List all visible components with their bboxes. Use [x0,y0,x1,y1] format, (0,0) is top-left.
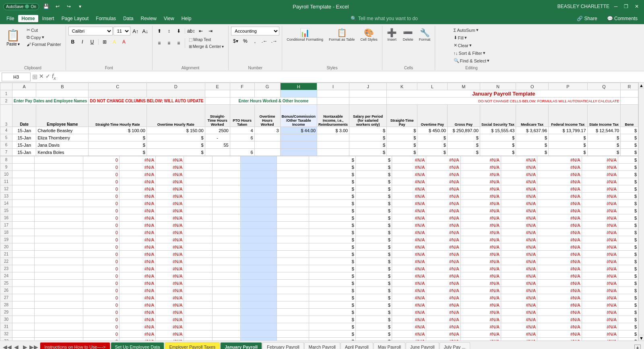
sheet-tab-january[interactable]: January Payroll [220,342,262,349]
font-color-button[interactable]: A [120,37,128,46]
menu-insert[interactable]: Insert [39,15,58,22]
autosum-button[interactable]: Σ AutoSum ▾ [452,27,481,33]
wrap-text-button[interactable]: ⬚ Wrap Text [187,37,226,43]
col-header-L[interactable]: L [417,83,447,90]
col-header-A[interactable]: A [12,83,36,90]
sheet-tab-march[interactable]: March Payroll [304,342,340,349]
text-direction-button[interactable]: ab↕ [187,27,196,35]
align-top-button[interactable]: ⬆ [155,27,164,35]
formula-function-icon[interactable]: fx [52,73,56,81]
redo-button[interactable]: ↪ [65,2,73,10]
merge-center-button[interactable]: ⊞ Merge & Center ▾ [187,44,226,50]
scroll-up-button[interactable]: ▲ [639,83,644,88]
sheet-tab-employee-data[interactable]: Set Up Employee Data [111,342,165,349]
percent-button[interactable]: % [241,37,250,46]
header-overtime-hours[interactable]: Overtime Hours Worked [254,105,280,127]
number-format-selector[interactable]: Accounting [231,27,279,35]
header-pto-hours[interactable]: PTO Hours Taken [230,105,254,127]
copy-button[interactable]: ⧉ Copy ▾ [25,34,63,41]
restore-button[interactable]: ❐ [622,2,630,10]
dollar-button[interactable]: $▾ [231,37,240,46]
indent-increase-button[interactable]: ⇥ [206,27,215,35]
sheet-nav-last[interactable]: ▶▶ [30,343,38,349]
menu-help[interactable]: Help [178,15,195,22]
sheet-tab-may[interactable]: May Payroll [374,342,405,349]
col-header-Q[interactable]: Q [587,83,621,90]
header-straight-hours[interactable]: Straight-Time Hours Worked [205,105,230,127]
increase-decimal-button[interactable]: .→ [270,37,279,46]
col-header-R[interactable]: R [621,83,638,90]
fill-button[interactable]: ⬇ Fill ▾ [452,34,469,41]
fill-color-button[interactable]: A [110,37,119,46]
bold-button[interactable]: B [68,37,77,46]
menu-file[interactable]: File [3,15,17,22]
sheet-tab-june[interactable]: June Payroll [406,342,439,349]
paste-button[interactable]: 📋 Paste ▾ [2,27,24,48]
add-sheet-button[interactable]: + [634,345,641,349]
header-gross-pay[interactable]: Gross Pay [447,105,480,127]
align-middle-button[interactable]: ↕ [165,27,173,35]
sheet-tab-april[interactable]: April Payroll [341,342,373,349]
indent-decrease-button[interactable]: ⇤ [196,27,205,35]
header-straight-pay[interactable]: Straight-Time Pay [387,105,417,127]
do-not-change-label[interactable]: DO NOT CHANGE COLUMNS BELOW; WILL AUTO U… [89,98,205,105]
col-header-C[interactable]: C [89,83,147,90]
sheet-nav-prev[interactable]: ◀ [12,343,20,349]
col-header-H[interactable]: H [280,83,317,90]
header-salary[interactable]: Salary per Period (for salaried workers … [349,105,387,127]
delete-button[interactable]: ➖ Delete [401,27,415,43]
cell-reference-input[interactable] [2,73,31,81]
close-button[interactable]: ✕ [633,2,641,10]
underline-button[interactable]: U [88,37,97,46]
sheet-nav-first[interactable]: ◀◀ [3,343,11,349]
col-header-B[interactable]: B [36,83,89,90]
align-center-button[interactable]: ≡ [165,39,173,48]
format-painter-button[interactable]: 🖌 Format Painter [25,41,63,48]
col-header-F[interactable]: F [230,83,254,90]
menu-formulas[interactable]: Formulas [93,15,119,22]
align-left-button[interactable]: ≡ [155,39,164,48]
col-header-K[interactable]: K [387,83,417,90]
minimize-button[interactable]: ─ [612,2,620,10]
header-overtime-pay[interactable]: Overtime Pay [417,105,447,127]
undo-button[interactable]: ↩ [54,2,62,10]
formula-cancel-icon[interactable]: ✕ [39,73,44,81]
align-right-button[interactable]: ≡ [174,39,183,48]
decrease-decimal-button[interactable]: .← [260,37,269,46]
sheet-tab-employer-taxes[interactable]: Employer Payroll Taxes [165,342,220,349]
enter-hours-label[interactable]: Enter Hours Worked & Other Income [230,98,317,105]
sheet-tab-july[interactable]: July Pay ... [440,342,470,349]
comments-button[interactable]: 💬 Comments [604,15,641,22]
header-medicare[interactable]: Medicare Tax [516,105,549,127]
sheet-tab-instructions[interactable]: Instructions on How to Use----> [40,342,110,349]
col-header-G[interactable]: G [254,83,280,90]
menu-page-layout[interactable]: Page Layout [58,15,92,22]
menu-view[interactable]: View [161,15,178,22]
save-button[interactable]: 💾 [42,2,50,10]
grid-wrapper[interactable]: A B C D E F G H I J K L M N O P Q [0,83,638,341]
menu-review[interactable]: Review [137,15,159,22]
header-fed-income[interactable]: Federal Income Tax [549,105,588,127]
header-straight-rate[interactable]: Straight-Time Hourly Rate [89,105,147,127]
header-social-sec[interactable]: Social Security Tax [480,105,516,127]
spreadsheet-title[interactable]: January Payroll Template [387,90,621,98]
header-nontax[interactable]: Nontaxable Income, i.e., Reimbursements [317,105,349,127]
insert-button[interactable]: ➕ Insert [385,27,399,43]
increase-font-button[interactable]: A↑ [131,27,140,35]
customize-qat-button[interactable]: ▾ [76,2,84,10]
header-bonus[interactable]: Bonus/Commission /Other Taxable Income [280,105,317,127]
align-bottom-button[interactable]: ⬇ [174,27,183,35]
col-header-E[interactable]: E [205,83,230,90]
find-select-button[interactable]: 🔍 Find & Select ▾ [452,57,491,64]
right-scrollbar[interactable]: ▲ ▼ [638,83,644,341]
clear-button[interactable]: ✕ Clear ▾ [452,42,474,49]
borders-button[interactable]: ⊞ [100,37,109,46]
cut-button[interactable]: ✂ Cut [25,27,63,33]
sheet-nav-next[interactable]: ▶ [21,343,29,349]
col-header-I[interactable]: I [317,83,349,90]
menu-home[interactable]: Home [18,15,38,22]
col-header-N[interactable]: N [480,83,516,90]
format-button[interactable]: 🔧 Format [417,27,433,43]
header-overtime-rate[interactable]: Overtime Hourly Rate [147,105,205,127]
header-state-income[interactable]: State Income Tax [587,105,621,127]
